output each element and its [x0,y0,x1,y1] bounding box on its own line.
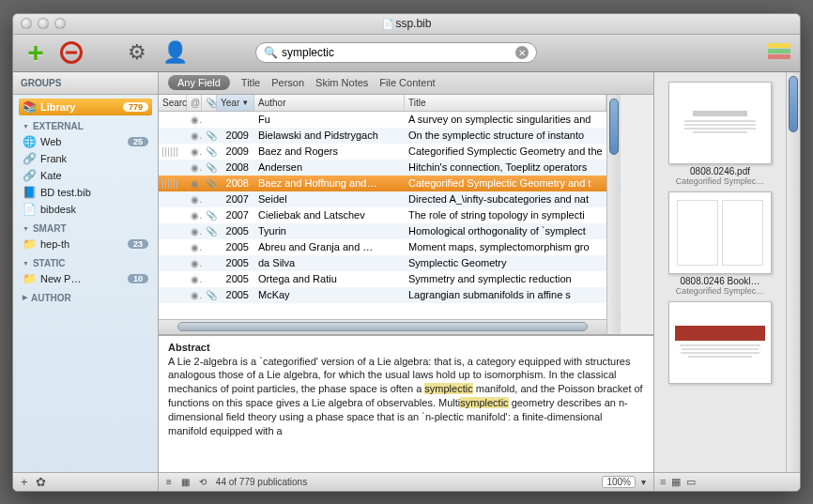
group-action-button[interactable]: ✿ [36,475,46,489]
cell-year: 2007 [217,192,254,206]
cell-author: Cieliebak and Latschev [254,208,405,221]
view-grid-icon[interactable]: ▦ [181,477,190,487]
cell-relevance [159,262,187,264]
cell-author: da Silva [254,256,405,269]
count-badge: 779 [123,102,148,112]
horizontal-scrollbar[interactable] [159,319,606,334]
cell-year: 2005 [217,288,254,301]
cell-relevance [159,214,187,216]
sidebar-item[interactable]: 📁 New P… 10 [19,270,152,287]
search-field[interactable]: 🔍 ✕ [255,42,537,63]
sidebar-item[interactable]: 🌐 Web 25 [19,133,152,150]
section-static[interactable]: STATIC [19,252,152,270]
cell-year [217,118,254,120]
scope-file-content[interactable]: File Content [379,77,435,88]
sidebar-item[interactable]: 🔗 Kate [19,167,152,184]
cell-author: Baez and Hoffnung and… [254,176,405,190]
table-row[interactable]: ◉ 2005 Abreu and Granja and … Moment map… [159,239,606,255]
table-row[interactable]: ◉ 📎 2009 Bielawski and Pidstrygach On th… [159,128,606,144]
cell-relevance [159,198,187,200]
col-at[interactable]: @ [187,95,202,111]
vertical-scrollbar[interactable] [606,95,621,334]
count-badge: 10 [128,274,148,283]
col-title[interactable]: Title [405,95,606,111]
cell-year: 2005 [217,256,254,269]
table-row[interactable]: ◉ 📎 2005 Tyurin Homological orthogonalit… [159,223,606,239]
scope-title[interactable]: Title [241,77,260,88]
clear-search-icon[interactable]: ✕ [515,46,529,59]
preview-grid-icon[interactable]: ▦ [671,476,681,488]
highlight: symplectic [460,397,508,408]
item-icon: 📁 [23,272,36,285]
scope-skim-notes[interactable]: Skim Notes [315,77,368,88]
cell-cited-icon: ◉ [187,273,202,285]
action-menu[interactable]: ⚙ [124,39,150,66]
cell-title: Categorified Symplectic Geometry and the [405,145,606,158]
table-row[interactable]: ◉ 📎 2009 Baez and Rogers Categorified Sy… [159,144,606,160]
col-search[interactable]: Searc [159,95,187,111]
cell-year: 2009 [217,145,254,158]
table-row[interactable]: ◉ 2005 Ortega and Ratiu Symmetry and sym… [159,271,606,287]
cell-title: Hitchin's connection, Toeplitz operators [405,160,606,174]
preview-thumbnail[interactable] [668,191,772,274]
cell-author: Abreu and Granja and … [254,240,405,253]
item-icon: 🌐 [23,135,36,148]
col-attachment[interactable]: 📎 [202,95,217,111]
minimize-window[interactable] [38,18,49,29]
add-button[interactable]: + [23,39,49,66]
cell-attachment-icon [202,278,217,280]
library-icon: 📚 [23,100,36,114]
table-row[interactable]: ◉ 📎 2005 McKay Lagrangian submanifolds i… [159,287,606,303]
view-list-icon[interactable]: ≡ [166,477,172,487]
import-button[interactable]: 👤 [161,39,188,66]
sidebar-item[interactable]: 🔗 Frank [19,150,152,167]
table-row[interactable]: ◉ 📎 2007 Cieliebak and Latschev The role… [159,207,606,223]
preview-scrollbar[interactable] [786,72,800,472]
section-smart[interactable]: SMART [19,218,152,236]
table-row[interactable]: ◉ Fu A survey on symplectic singularitie… [159,112,606,128]
cell-author: McKay [254,288,405,301]
publication-count: 44 of 779 publications [216,477,307,487]
close-window[interactable] [21,18,32,29]
search-input[interactable] [282,46,515,59]
scope-person[interactable]: Person [271,77,304,88]
zoom-dropdown-icon[interactable]: ▾ [641,477,646,487]
sidebar-header: GROUPS [13,72,158,95]
preview-toolbar: ≡ ▦ ▭ [654,472,800,491]
cell-title: Symplectic Geometry [405,256,606,269]
table-row[interactable]: ◉ 2007 Seidel Directed A_\infty-subcateg… [159,191,606,207]
table-row[interactable]: ◉ 2005 da Silva Symplectic Geometry [159,255,606,271]
preview-thumbnail[interactable] [668,301,772,384]
sidebar-item-library[interactable]: 📚 Library 779 [19,99,152,115]
sidebar-item[interactable]: 📘 BD test.bib [19,184,152,201]
zoom-window[interactable] [54,18,66,29]
cell-title: A survey on symplectic singularities and [405,113,606,126]
sidebar-item-label: BD test.bib [40,187,91,198]
nav-back-icon[interactable]: ⟲ [199,477,207,487]
sidebar-item[interactable]: 📄 bibdesk [19,201,152,218]
scope-any-field[interactable]: Any Field [168,75,230,90]
status-bar: ≡ ▦ ⟲ 44 of 779 publications 100% ▾ [159,472,653,491]
table-row[interactable]: ◉ 📎 2008 Baez and Hoffnung and… Categori… [159,176,606,191]
cell-attachment-icon [202,262,217,264]
cell-author: Tyurin [254,224,405,237]
cell-cited-icon: ◉ [187,130,202,142]
preview-single-icon[interactable]: ▭ [686,476,696,488]
cell-author: Baez and Rogers [254,145,405,158]
color-labels-button[interactable] [768,43,790,62]
highlight: symplectic [424,383,472,394]
table-row[interactable]: ◉ 📎 2008 Andersen Hitchin's connection, … [159,160,606,176]
col-author[interactable]: Author [254,95,405,111]
zoom-level[interactable]: 100% [602,476,636,488]
preview-thumbnail[interactable] [668,82,772,164]
preview-list-icon[interactable]: ≡ [660,476,666,487]
delete-button[interactable] [60,41,83,64]
col-year[interactable]: Year [217,95,254,111]
titlebar[interactable]: ssp.bib [13,14,800,35]
section-author[interactable]: AUTHOR [19,287,152,305]
sidebar-item[interactable]: 📁 hep-th 23 [19,236,152,252]
add-group-button[interactable]: + [21,475,28,489]
cell-cited-icon: ◉ [187,193,202,206]
section-external[interactable]: EXTERNAL [19,115,152,133]
cell-cited-icon: ◉ [187,289,202,301]
